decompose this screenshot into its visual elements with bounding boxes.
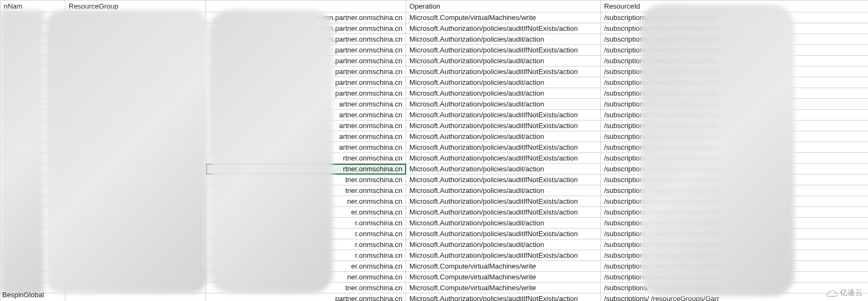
cell-resourceid[interactable]: /subscriptions/ /resourceGroups/Garr	[601, 66, 869, 77]
cell-resourceid[interactable]: /subscriptions/ /resourceGroups/Garr	[601, 185, 869, 196]
cell-name[interactable]	[1, 185, 65, 196]
table-row[interactable]: r.onmschina.cnMicrosoft.Authorization/po…	[1, 218, 869, 229]
cell-name[interactable]	[1, 239, 65, 250]
cell-name[interactable]	[1, 121, 65, 131]
table-row[interactable]: artner.onmschina.cnMicrosoft.Authorizati…	[1, 121, 869, 131]
cell-name[interactable]	[1, 99, 65, 110]
cell-name[interactable]	[1, 250, 65, 261]
cell-name[interactable]	[1, 153, 65, 164]
cell-resourcegroup[interactable]	[65, 12, 206, 23]
table-row[interactable]: cn.partner.onmschina.cnMicrosoft.Authori…	[1, 34, 869, 45]
cell-name[interactable]	[1, 272, 65, 283]
cell-operation[interactable]: Microsoft.Authorization/policies/auditIf…	[406, 293, 601, 302]
cell-resourcegroup[interactable]	[65, 196, 206, 207]
cell-caller[interactable]: .partner.onmschina.cn	[206, 56, 406, 66]
cell-name[interactable]	[1, 77, 65, 88]
cell-name[interactable]	[1, 261, 65, 272]
cell-resourcegroup[interactable]	[65, 229, 206, 239]
cell-resourceid[interactable]: /subscriptions/ /resourceGroups/Garr	[601, 110, 869, 121]
column-header-resourcegroup[interactable]: ResourceGroup	[65, 1, 206, 12]
cell-operation[interactable]: Microsoft.Authorization/policies/auditIf…	[406, 45, 601, 56]
cell-resourceid[interactable]: /subscriptions/ /resourceGroups/Garr	[601, 218, 869, 229]
table-row[interactable]: partner.onmschina.cnMicrosoft.Authorizat…	[1, 77, 869, 88]
cell-resourcegroup[interactable]	[65, 164, 206, 175]
cell-caller[interactable]: cn.partner.onmschina.cn	[206, 34, 406, 45]
cell-operation[interactable]: Microsoft.Authorization/policies/audit/a…	[406, 99, 601, 110]
cell-resourcegroup[interactable]	[65, 272, 206, 283]
cell-operation[interactable]: Microsoft.Authorization/policies/auditIf…	[406, 142, 601, 153]
cell-resourceid[interactable]: /subscriptions/ /resourceGroups/Garr	[601, 23, 869, 34]
cell-resourcegroup[interactable]	[65, 66, 206, 77]
cell-name[interactable]	[1, 218, 65, 229]
cell-caller[interactable]: ner.onmschina.cn	[206, 272, 406, 283]
cell-resourcegroup[interactable]	[65, 207, 206, 218]
cell-caller[interactable]: tner.onmschina.cn	[206, 283, 406, 293]
column-header-resourceid[interactable]: ResourceId	[601, 1, 869, 12]
cell-operation[interactable]: Microsoft.Authorization/policies/audit/a…	[406, 56, 601, 66]
cell-caller[interactable]: r.onmschina.cn	[206, 239, 406, 250]
cell-resourcegroup[interactable]	[65, 142, 206, 153]
cell-name[interactable]	[1, 196, 65, 207]
cell-caller[interactable]: partner.onmschina.cn	[206, 293, 406, 302]
table-row[interactable]: ner.onmschina.cnMicrosoft.Authorization/…	[1, 196, 869, 207]
cell-name[interactable]	[1, 131, 65, 142]
cell-caller[interactable]: partner.onmschina.cn	[206, 66, 406, 77]
cell-caller[interactable]: ner.onmschina.cn	[206, 196, 406, 207]
log-table[interactable]: nNam ResourceGroup Operation ResourceId …	[0, 0, 868, 301]
cell-caller[interactable]: r.onmschina.cn	[206, 229, 406, 239]
table-row[interactable]: artner.onmschina.cnMicrosoft.Authorizati…	[1, 99, 869, 110]
cell-operation[interactable]: Microsoft.Authorization/policies/auditIf…	[406, 196, 601, 207]
cell-name[interactable]	[1, 110, 65, 121]
table-row[interactable]: r.onmschina.cnMicrosoft.Authorization/po…	[1, 250, 869, 261]
cell-operation[interactable]: Microsoft.Authorization/policies/auditIf…	[406, 23, 601, 34]
cell-operation[interactable]: Microsoft.Authorization/policies/audit/a…	[406, 185, 601, 196]
cell-resourcegroup[interactable]	[65, 34, 206, 45]
table-row[interactable]: partner.onmschina.cnMicrosoft.Authorizat…	[1, 293, 869, 302]
cell-resourcegroup[interactable]	[65, 88, 206, 99]
table-row[interactable]: ncn.partner.onmschina.cnMicrosoft.Author…	[1, 23, 869, 34]
cell-resourceid[interactable]: /subscriptions/ /resourceGroups/Garr	[601, 45, 869, 56]
column-header-name[interactable]: nNam	[1, 1, 65, 12]
cell-resourceid[interactable]: /subscriptions/ /resourceGroups/Garr	[601, 239, 869, 250]
cell-name[interactable]	[1, 175, 65, 185]
cell-operation[interactable]: Microsoft.Authorization/policies/audit/a…	[406, 164, 601, 175]
cell-resourceid[interactable]: /subscriptions/ /resourceGroups/Garr	[601, 131, 869, 142]
table-row[interactable]: partner.onmschina.cnMicrosoft.Authorizat…	[1, 88, 869, 99]
cell-name[interactable]	[1, 34, 65, 45]
table-row[interactable]: nincn.partner.onmschina.cnMicrosoft.Comp…	[1, 12, 869, 23]
cell-caller[interactable]: tner.onmschina.cn	[206, 185, 406, 196]
cell-resourceid[interactable]: /subscriptions/ /resourceGroups/Garr	[601, 153, 869, 164]
cell-resourceid[interactable]: /subscriptions/ /resourceGroups/Garr	[601, 196, 869, 207]
cell-operation[interactable]: Microsoft.Authorization/policies/auditIf…	[406, 153, 601, 164]
cell-operation[interactable]: Microsoft.Authorization/policies/audit/a…	[406, 77, 601, 88]
cell-operation[interactable]: Microsoft.Authorization/policies/audit/a…	[406, 131, 601, 142]
cell-resourceid[interactable]: /subscriptions/ /resourcegroups/Garr	[601, 12, 869, 23]
cell-operation[interactable]: Microsoft.Authorization/policies/auditIf…	[406, 110, 601, 121]
cell-caller[interactable]: artner.onmschina.cn	[206, 110, 406, 121]
cell-caller[interactable]: nincn.partner.onmschina.cn	[206, 12, 406, 23]
cell-operation[interactable]: Microsoft.Compute/virtualMachines/write	[406, 261, 601, 272]
cell-resourceid[interactable]: /subscriptions/ /resourceGroups/Garr	[601, 121, 869, 131]
column-header-caller[interactable]	[206, 1, 406, 12]
cell-resourceid[interactable]: /subscriptions/ /resourceGroups/Garr	[601, 142, 869, 153]
column-header-operation[interactable]: Operation	[406, 1, 601, 12]
table-row[interactable]: artner.onmschina.cnMicrosoft.Authorizati…	[1, 131, 869, 142]
cell-caller[interactable]: partner.onmschina.cn	[206, 77, 406, 88]
table-row[interactable]: ner.onmschina.cnMicrosoft.Compute/virtua…	[1, 272, 869, 283]
cell-resourceid[interactable]: /subscriptions/ /resourceGroups/Garr	[601, 77, 869, 88]
cell-name[interactable]	[1, 23, 65, 34]
cell-resourceid[interactable]: /subscriptions/ /resourceGroups/Garr	[601, 250, 869, 261]
cell-resourcegroup[interactable]	[65, 153, 206, 164]
cell-resourcegroup[interactable]	[65, 293, 206, 302]
cell-operation[interactable]: Microsoft.Authorization/policies/auditIf…	[406, 121, 601, 131]
cell-operation[interactable]: Microsoft.Compute/virtualMachines/write	[406, 272, 601, 283]
cell-name[interactable]	[1, 12, 65, 23]
cell-resourceid[interactable]: /subscriptions/ /resourceGroups/Garr	[601, 175, 869, 185]
cell-operation[interactable]: Microsoft.Authorization/policies/auditIf…	[406, 229, 601, 239]
cell-caller[interactable]: rtner.onmschina.cn	[206, 153, 406, 164]
cell-caller[interactable]: ncn.partner.onmschina.cn	[206, 23, 406, 34]
cell-caller[interactable]: r.onmschina.cn	[206, 218, 406, 229]
cell-resourcegroup[interactable]	[65, 110, 206, 121]
cell-caller[interactable]: artner.onmschina.cn	[206, 142, 406, 153]
cell-resourcegroup[interactable]	[65, 175, 206, 185]
